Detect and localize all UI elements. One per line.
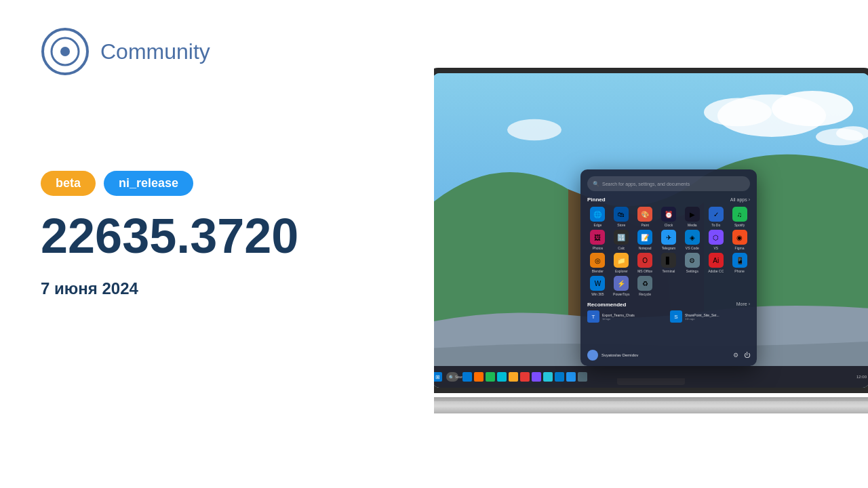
laptop-screen-outer: 🔍 Search for apps, settings, and documen…	[434, 68, 868, 393]
app-clock: ⏰ Clock	[658, 207, 679, 227]
app-adobe: Ai Adobe CC	[705, 253, 726, 273]
spotify-icon: ♫	[732, 207, 747, 222]
taskbar-icon7[interactable]	[532, 372, 541, 382]
badges-container: beta ni_release	[41, 171, 393, 196]
taskbar-icon9[interactable]	[555, 372, 564, 382]
badge-ni-release: ni_release	[104, 171, 193, 196]
app-spotify: ♫ Spotify	[729, 207, 750, 227]
svg-point-5	[772, 91, 853, 126]
svg-point-2	[60, 47, 70, 56]
app-media: ▶ Media	[682, 207, 703, 227]
powertoys-icon: ⚡	[614, 276, 629, 291]
app-office: O MS Office	[635, 253, 656, 273]
file-explorer-icon: 📁	[614, 253, 629, 268]
recommended-header: Recommended More ›	[587, 302, 750, 308]
todo-icon: ✓	[709, 207, 724, 222]
rec-item-sharepoint: S SharePoint_Site_Set... 11h ago	[670, 310, 750, 323]
left-panel: Community beta ni_release 22635.3720 7 и…	[0, 0, 434, 488]
taskbar-icon4[interactable]	[497, 372, 507, 382]
taskbar-icon2[interactable]	[474, 372, 484, 382]
rec-sharepoint-icon: S	[670, 310, 682, 323]
app-todo: ✓ To Do	[705, 207, 726, 227]
photos-icon: 🖼	[590, 230, 605, 245]
taskbar-icon10[interactable]	[566, 372, 576, 382]
user-name: Svyatoslav Demidov	[601, 353, 638, 357]
vstudio-icon: ⬡	[709, 230, 724, 245]
pinned-apps-grid: 🌐 Edge 🛍 Store 🎨 Paint	[587, 207, 750, 296]
taskbar-icon3[interactable]	[486, 372, 495, 382]
taskbar-edge[interactable]	[462, 372, 472, 382]
taskbar-icons	[462, 372, 587, 382]
rec-teams-text: Export_Teams_Chats 1d ago	[602, 313, 635, 321]
app-store: 🛍 Store	[611, 207, 632, 227]
calculator-icon: 🔢	[614, 230, 629, 245]
all-apps-link[interactable]: All apps ›	[730, 197, 750, 202]
app-vscode: ◈ VS Code	[682, 230, 703, 250]
user-bar: Svyatoslav Demidov ⚙ ⏻	[587, 350, 750, 361]
pinned-header: Pinned All apps ›	[587, 197, 750, 203]
settings-icon: ⚙	[685, 253, 700, 268]
terminal-icon: ▋	[661, 253, 676, 268]
phonelink-icon: 📱	[732, 253, 747, 268]
w365-icon: W	[590, 276, 605, 291]
msoffice-icon: O	[637, 253, 652, 268]
more-label[interactable]: More ›	[736, 302, 750, 308]
taskbar-icon8[interactable]	[543, 372, 553, 382]
start-search-bar: 🔍 Search for apps, settings, and documen…	[587, 176, 750, 191]
windows-taskbar: ⊞ 🔍 Search	[434, 366, 868, 388]
app-notepad: 📝 Notepad	[635, 230, 656, 250]
app-photos: 🖼 Photos	[587, 230, 608, 250]
laptop-illustration: 🔍 Search for apps, settings, and documen…	[434, 68, 868, 447]
app-recycle: ♻ Recycle	[635, 276, 656, 296]
notepad-icon: 📝	[637, 230, 652, 245]
app-w365: W Win 365	[587, 276, 608, 296]
figma-icon: ◉	[732, 230, 747, 245]
app-figma: ◉ Figma	[729, 230, 750, 250]
taskbar-icon6[interactable]	[520, 372, 530, 382]
community-logo-icon	[41, 27, 90, 76]
app-vstudio: ⬡ VS	[705, 230, 726, 250]
taskbar-time: 12:00	[856, 375, 868, 379]
media-player-icon: ▶	[685, 207, 700, 222]
recycle-icon: ♻	[637, 276, 652, 291]
logo-area: Community	[41, 27, 393, 76]
recommended-label: Recommended	[587, 302, 626, 308]
adobe-icon: Ai	[709, 253, 724, 268]
blender-icon: ◎	[590, 253, 605, 268]
settings-action-icon[interactable]: ⚙	[733, 352, 738, 359]
user-info: Svyatoslav Demidov	[587, 350, 638, 361]
search-placeholder-text: Search for apps, settings, and documents	[602, 182, 690, 186]
logo-text: Community	[100, 39, 210, 64]
release-date: 7 июня 2024	[41, 279, 393, 298]
rec-sharepoint-text: SharePoint_Site_Set... 11h ago	[685, 313, 719, 321]
app-explorer: 📁 Explorer	[611, 253, 632, 273]
vscode-icon: ◈	[685, 230, 700, 245]
taskbar-icon5[interactable]	[509, 372, 518, 382]
start-button[interactable]: ⊞	[434, 372, 442, 382]
badge-beta: beta	[41, 171, 96, 196]
power-actions: ⚙ ⏻	[733, 352, 750, 359]
app-powertoys: ⚡ PowerToys	[611, 276, 632, 296]
pinned-label: Pinned	[587, 197, 606, 203]
app-paint: 🎨 Paint	[635, 207, 656, 227]
edge-icon: 🌐	[590, 207, 605, 222]
app-calculator: 🔢 Calc	[611, 230, 632, 250]
app-settings: ⚙ Settings	[682, 253, 703, 273]
recommended-items: T Export_Teams_Chats 1d ago S SharePoint…	[587, 310, 750, 323]
app-telegram: ✈ Telegram	[658, 230, 679, 250]
desktop-wallpaper: 🔍 Search for apps, settings, and documen…	[434, 73, 868, 388]
right-panel: 🔍 Search for apps, settings, and documen…	[434, 0, 868, 488]
taskbar-icon11[interactable]	[578, 372, 587, 382]
app-phonelink: 📱 Phone	[729, 253, 750, 273]
app-blender: ◎ Blender	[587, 253, 608, 273]
laptop-screen-inner: 🔍 Search for apps, settings, and documen…	[434, 73, 868, 388]
clock-icon: ⏰	[661, 207, 676, 222]
telegram-icon: ✈	[661, 230, 676, 245]
laptop-base	[434, 401, 868, 413]
start-menu-popup: 🔍 Search for apps, settings, and documen…	[580, 169, 757, 366]
search-bar-taskbar[interactable]: 🔍 Search	[446, 372, 458, 382]
svg-point-6	[704, 98, 772, 127]
power-icon[interactable]: ⏻	[744, 352, 750, 359]
app-edge: 🌐 Edge	[587, 207, 608, 227]
rec-teams-icon: T	[587, 310, 599, 323]
